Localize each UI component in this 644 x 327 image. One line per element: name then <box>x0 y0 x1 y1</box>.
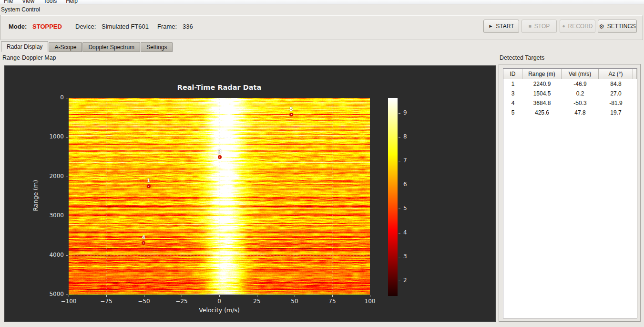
table-cell: -46.9 <box>562 81 599 87</box>
table-cell: 1 <box>503 81 522 87</box>
target-marker <box>218 155 222 159</box>
start-button[interactable]: ►START <box>483 20 519 33</box>
tab-doppler-spectrum[interactable]: Doppler Spectrum <box>82 42 140 52</box>
x-tick-mark <box>144 295 144 297</box>
x-tick-mark <box>106 295 107 297</box>
table-cell: 27.0 <box>599 90 633 97</box>
target-marker <box>289 113 293 116</box>
colorbar-tick-mark <box>399 113 400 114</box>
y-tick-mark <box>66 98 68 98</box>
tab-settings[interactable]: Settings <box>141 42 173 52</box>
settings-button[interactable]: ⚙SETTINGS <box>598 20 637 33</box>
x-tick-label: −75 <box>100 298 112 305</box>
column-header-az[interactable]: Az (°) <box>599 69 633 79</box>
x-tick-mark <box>370 295 370 297</box>
colorbar-tick-mark <box>399 209 400 209</box>
column-header-vel[interactable]: Vel (m/s) <box>562 69 599 79</box>
target-label: 5 <box>289 106 293 112</box>
table-cell: 84.8 <box>599 81 633 87</box>
column-header-range[interactable]: Range (m) <box>522 69 562 79</box>
y-tick-mark <box>66 216 68 216</box>
device-value: Simulated FT601 <box>102 23 149 30</box>
x-tick-label: 50 <box>291 298 298 305</box>
record-button[interactable]: ●RECORD <box>560 20 595 33</box>
frame-value: 336 <box>183 23 193 30</box>
y-tick-label: 3000 <box>35 212 64 219</box>
table-row[interactable]: 12240.9-46.984.8 <box>503 79 637 89</box>
x-tick-mark <box>332 295 333 297</box>
table-row[interactable]: 5425.647.819.7 <box>503 108 637 117</box>
colorbar-tick-mark <box>399 233 400 233</box>
gear-icon: ⚙ <box>599 23 604 30</box>
detected-targets-label: Detected Targets <box>500 54 544 61</box>
y-tick-label: 0 <box>35 94 64 101</box>
colorbar-tick-label: 6 <box>403 181 407 188</box>
y-tick-label: 2000 <box>35 173 64 179</box>
x-tick-mark <box>257 295 257 297</box>
y-tick-label: 5000 <box>35 291 64 297</box>
tab-a-scope[interactable]: A-Scope <box>49 42 82 52</box>
mode-label: Mode: <box>9 23 27 30</box>
x-tick-mark <box>219 295 220 297</box>
colorbar-tick-label: 5 <box>403 205 407 211</box>
x-tick-label: 0 <box>217 298 221 305</box>
colorbar-tick-label: 7 <box>403 157 407 164</box>
x-tick-mark <box>295 295 295 297</box>
table-cell: 0.2 <box>562 90 599 97</box>
y-tick-mark <box>66 137 68 137</box>
stop-button[interactable]: ■STOP <box>521 20 557 33</box>
device-label: Device: <box>75 23 96 30</box>
menu-bar: FileViewToolsHelp <box>0 0 644 4</box>
table-cell: -50.3 <box>562 100 599 106</box>
table-cell: 3684.8 <box>522 100 562 106</box>
colorbar-tick-mark <box>399 137 400 137</box>
table-cell: 47.8 <box>562 109 599 116</box>
colorbar-tick-mark <box>399 185 400 185</box>
table-row[interactable]: 31504.50.227.0 <box>503 89 637 98</box>
y-tick-mark <box>66 295 68 295</box>
colorbar-tick-label: 8 <box>403 133 407 140</box>
table-cell: 4 <box>503 100 522 106</box>
tab-bar: Radar DisplayA-ScopeDoppler SpectrumSett… <box>1 41 173 52</box>
x-tick-label: 75 <box>328 298 336 305</box>
target-label: 1 <box>147 178 151 184</box>
colorbar-tick-label: 9 <box>403 109 407 116</box>
menu-tools[interactable]: Tools <box>43 0 57 4</box>
table-cell: 1504.5 <box>522 90 562 97</box>
target-label: 3 <box>218 148 222 155</box>
x-tick-label: 100 <box>365 298 376 305</box>
colorbar-tick-mark <box>399 257 400 257</box>
mode-value: STOPPED <box>32 23 62 30</box>
record-icon: ● <box>562 24 565 29</box>
range-doppler-heatmap <box>69 98 370 295</box>
menu-view[interactable]: View <box>22 0 34 4</box>
detected-targets-panel: IDRange (m)Vel (m/s)Az (°) 12240.9-46.98… <box>499 64 641 322</box>
colorbar <box>388 98 398 296</box>
range-doppler-map-label: Range-Doppler Map <box>2 54 56 61</box>
table-cell: 425.6 <box>522 109 562 116</box>
detected-targets-table: IDRange (m)Vel (m/s)Az (°) 12240.9-46.98… <box>503 68 637 318</box>
menu-file[interactable]: File <box>4 0 13 4</box>
button-label: STOP <box>534 23 550 30</box>
column-header-id[interactable]: ID <box>503 69 522 79</box>
x-tick-mark <box>69 295 69 297</box>
table-cell: -81.9 <box>599 100 633 106</box>
x-tick-label: −25 <box>175 298 187 305</box>
colorbar-tick-label: 4 <box>403 229 407 236</box>
tab-radar-display[interactable]: Radar Display <box>1 41 48 52</box>
target-marker <box>142 241 145 245</box>
colorbar-tick-label: 3 <box>403 253 407 260</box>
table-cell: 5 <box>503 109 522 116</box>
colorbar-tick-mark <box>399 161 400 161</box>
frame-label: Frame: <box>157 23 177 30</box>
table-row[interactable]: 43684.8-50.3-81.9 <box>503 98 637 108</box>
play-icon: ► <box>488 24 493 29</box>
plot-title: Real-Time Radar Data <box>69 84 370 91</box>
colorbar-tick-label: 2 <box>403 277 407 284</box>
y-tick-label: 4000 <box>35 252 64 258</box>
menu-help[interactable]: Help <box>66 0 78 4</box>
target-label: 4 <box>142 234 145 241</box>
target-marker <box>147 184 151 188</box>
y-tick-mark <box>66 177 68 177</box>
table-cell: 2240.9 <box>522 81 562 87</box>
